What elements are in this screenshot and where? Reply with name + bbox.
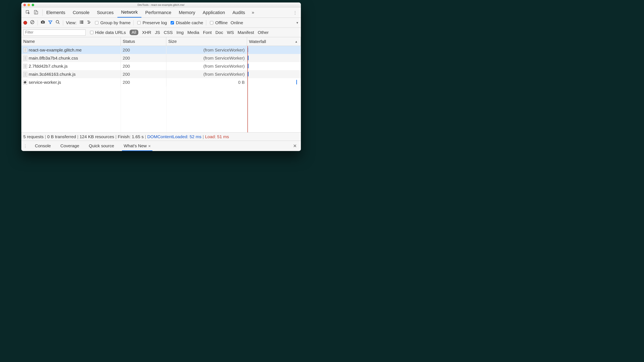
request-waterfall	[247, 70, 301, 78]
tab-memory[interactable]: Memory	[175, 7, 199, 17]
column-waterfall[interactable]: Waterfall▲	[247, 37, 301, 46]
network-filter-bar: Hide data URLs AllXHRJSCSSImgMediaFontDo…	[21, 28, 301, 37]
filter-type-js[interactable]: JS	[155, 30, 160, 35]
svg-rect-12	[80, 23, 81, 24]
group-by-frame-checkbox[interactable]: Group by frame	[94, 20, 130, 25]
filter-type-all[interactable]: All	[130, 29, 138, 35]
filter-toggle-icon[interactable]	[48, 20, 52, 25]
filter-type-media[interactable]: Media	[188, 30, 199, 35]
file-icon	[24, 80, 27, 85]
filter-type-img[interactable]: Img	[176, 30, 184, 35]
throttling-select[interactable]: Online	[231, 20, 243, 25]
summary-load: Load: 51 ms	[205, 134, 229, 139]
tab-console[interactable]: Console	[69, 7, 93, 17]
tab-performance[interactable]: Performance	[142, 7, 175, 17]
main-panel-tabs: ElementsConsoleSourcesNetworkPerformance…	[21, 7, 301, 18]
summary-finish: Finish: 1.65 s	[118, 134, 144, 139]
window-title: DevTools - react-sw-example.glitch.me/	[21, 3, 301, 6]
drawer-close-icon[interactable]: ✕	[293, 143, 299, 149]
inspect-element-icon[interactable]	[26, 10, 30, 15]
filter-input[interactable]	[24, 29, 86, 36]
summary-requests: 5 requests	[24, 134, 44, 139]
request-size: (from ServiceWorker)	[166, 70, 247, 78]
request-size: (from ServiceWorker)	[166, 54, 247, 62]
file-icon	[24, 72, 27, 77]
sort-indicator-icon: ▲	[295, 40, 298, 43]
drawer-tab-what-s-new[interactable]: What's New✕	[122, 141, 152, 151]
column-size[interactable]: Size	[166, 37, 247, 46]
table-row[interactable]: react-sw-example.glitch.me200(from Servi…	[21, 46, 301, 54]
request-status: 200	[121, 70, 166, 78]
filter-type-css[interactable]: CSS	[164, 30, 173, 35]
toolbar-dropdown-icon[interactable]: ▼	[296, 21, 299, 24]
disable-cache-checkbox[interactable]: Disable cache	[170, 20, 203, 25]
svg-rect-5	[42, 20, 44, 21]
grid-header: Name Status Size Waterfall▲	[21, 37, 301, 46]
more-tabs-icon[interactable]: »	[249, 10, 257, 15]
svg-rect-13	[81, 23, 84, 24]
column-status[interactable]: Status	[121, 37, 166, 46]
table-row[interactable]: 2.7fdd42b7.chunk.js200(from ServiceWorke…	[21, 62, 301, 70]
request-status: 200	[121, 78, 166, 86]
filter-type-xhr[interactable]: XHR	[142, 30, 151, 35]
capture-screenshot-icon[interactable]	[40, 20, 45, 25]
request-size: (from ServiceWorker)	[166, 46, 247, 54]
request-waterfall	[247, 78, 301, 86]
record-button[interactable]	[24, 21, 27, 25]
summary-domcontentloaded: DOMContentLoaded: 52 ms	[147, 134, 201, 139]
file-icon	[24, 64, 27, 68]
device-toolbar-icon[interactable]	[34, 10, 38, 15]
filter-type-doc[interactable]: Doc	[215, 30, 223, 35]
drawer-menu-icon[interactable]: ⋮	[24, 144, 27, 148]
svg-rect-10	[80, 22, 81, 22]
filter-type-ws[interactable]: WS	[227, 30, 234, 35]
hide-data-urls-checkbox[interactable]: Hide data URLs	[89, 30, 126, 35]
request-waterfall	[247, 46, 301, 54]
clear-icon[interactable]	[30, 20, 34, 25]
filter-type-font[interactable]: Font	[203, 30, 212, 35]
svg-rect-9	[81, 21, 84, 21]
tab-sources[interactable]: Sources	[93, 7, 118, 17]
tab-application[interactable]: Application	[199, 7, 229, 17]
large-rows-icon[interactable]	[79, 20, 84, 25]
search-icon[interactable]	[56, 20, 60, 25]
settings-menu-icon[interactable]: ⋮	[290, 10, 301, 15]
close-tab-icon[interactable]: ✕	[148, 144, 151, 148]
request-name: 2.7fdd42b7.chunk.js	[29, 64, 68, 69]
drawer-tab-quick-source[interactable]: Quick source	[87, 141, 116, 151]
filter-type-other[interactable]: Other	[258, 30, 269, 35]
svg-rect-8	[80, 21, 81, 21]
tab-network[interactable]: Network	[118, 7, 142, 17]
request-waterfall	[247, 62, 301, 70]
request-waterfall	[247, 54, 301, 62]
offline-checkbox[interactable]: Offline	[209, 20, 228, 25]
filter-type-manifest[interactable]: Manifest	[238, 30, 254, 35]
network-grid: Name Status Size Waterfall▲ react-sw-exa…	[21, 37, 301, 132]
request-size: 0 B	[166, 78, 247, 86]
table-row[interactable]: service-worker.js2000 B	[21, 78, 301, 86]
summary-transferred: 0 B transferred	[47, 134, 76, 139]
gear-icon	[24, 80, 27, 84]
drawer-tab-console[interactable]: Console	[33, 141, 52, 151]
table-row[interactable]: main.3cd46163.chunk.js200(from ServiceWo…	[21, 70, 301, 78]
table-row[interactable]: main.8fb3a7b4.chunk.css200(from ServiceW…	[21, 54, 301, 62]
tab-elements[interactable]: Elements	[43, 7, 69, 17]
waterfall-view-icon[interactable]	[87, 20, 91, 25]
request-status: 200	[121, 46, 166, 54]
request-name: main.3cd46163.chunk.js	[29, 72, 76, 77]
column-name[interactable]: Name	[21, 37, 121, 46]
view-label: View:	[66, 20, 76, 25]
request-name: main.8fb3a7b4.chunk.css	[29, 56, 78, 61]
file-icon	[24, 56, 27, 60]
titlebar: DevTools - react-sw-example.glitch.me/	[21, 2, 301, 7]
svg-point-6	[42, 21, 44, 23]
tab-audits[interactable]: Audits	[228, 7, 249, 17]
drawer-tab-coverage[interactable]: Coverage	[59, 141, 81, 151]
svg-rect-2	[36, 11, 38, 14]
request-status: 200	[121, 54, 166, 62]
svg-rect-11	[81, 22, 84, 22]
drawer: ⋮ ConsoleCoverageQuick sourceWhat's New✕…	[21, 141, 301, 151]
preserve-log-checkbox[interactable]: Preserve log	[136, 20, 167, 25]
request-status: 200	[121, 62, 166, 70]
request-name: react-sw-example.glitch.me	[29, 48, 82, 52]
